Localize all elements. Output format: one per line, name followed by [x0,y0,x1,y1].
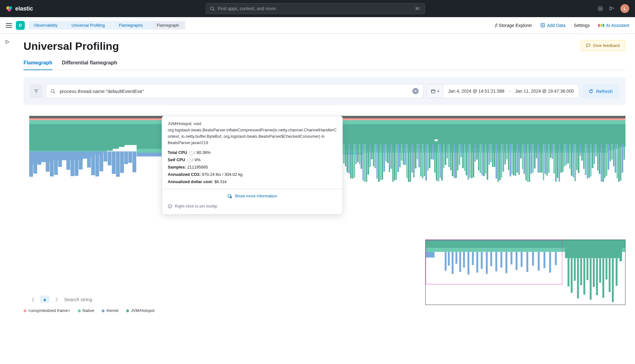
brand-logo[interactable]: elastic [6,5,33,12]
svg-point-3 [210,7,213,10]
svg-rect-61 [590,258,591,300]
minimap-selection[interactable] [426,240,562,284]
global-header: elastic Find apps, content, and more. ⌘/… [0,0,635,17]
tab-flamegraph[interactable]: Flamegraph [24,60,52,70]
time-from: Jan 4, 2024 @ 14:51:21.588 [448,89,504,94]
flamegraph-legend: <unsymbolized frame>NativeKernelJVM/Hots… [24,308,625,313]
legend-item[interactable]: Kernel [102,308,118,313]
show-more-information-button[interactable]: Show more information [162,189,342,200]
prev-match-button[interactable]: ❮ [29,295,37,303]
tooltip-samples: Samples: 211195685 [168,164,337,170]
svg-rect-67 [609,258,611,292]
search-icon [210,6,215,11]
flamegraph-tooltip: JVM/Hotspot: void org.logstash.beats.Bea… [162,116,343,215]
svg-point-5 [598,6,603,11]
flamegraph-area: JVM/Hotspot: void org.logstash.beats.Bea… [24,116,625,303]
legend-item[interactable]: <unsymbolized frame> [24,308,70,313]
ai-assistant-link[interactable]: AI Assistant [598,23,629,28]
svg-rect-54 [568,258,570,286]
global-search-kbd: ⌘/ [415,6,421,11]
svg-rect-58 [580,258,582,285]
filter-toggle-button[interactable] [30,84,43,98]
storage-explorer-link[interactable]: βStorage Explorer [495,23,532,28]
tooltip-self-cpu: Self CPU i: 0% [168,157,337,163]
svg-rect-63 [596,258,598,295]
expand-sidebar-icon[interactable] [4,39,10,319]
legend-item[interactable]: Native [78,308,94,313]
legend-item[interactable]: JVM/Hotspot [126,308,154,313]
breadcrumb-row: D Observability Universal Profiling Flam… [0,17,635,34]
svg-point-6 [600,8,601,10]
page-header: Universal Profiling Give feedback [24,40,625,60]
inspect-icon [227,194,232,199]
breadcrumb-universal-profiling[interactable]: Universal Profiling [64,21,111,30]
page-title: Universal Profiling [24,40,119,52]
breadcrumb-flamegraphs[interactable]: Flamegraphs [111,21,149,30]
svg-rect-55 [571,258,573,293]
svg-rect-60 [586,258,588,280]
nav-toggle-button[interactable] [6,22,12,29]
svg-point-25 [170,205,170,206]
brand-name: elastic [15,5,33,12]
give-feedback-button[interactable]: Give feedback [580,40,625,51]
time-range: Jan 4, 2024 @ 14:51:21.588 → Jan 11, 202… [443,89,579,94]
arrow-right-icon: → [508,89,512,94]
svg-rect-70 [619,242,622,261]
next-match-button[interactable]: ❯ [53,295,60,303]
calendar-icon[interactable]: ▾ [427,84,443,98]
global-search-wrap: Find apps, content, and more. ⌘/ [38,3,592,14]
breadcrumb-observability[interactable]: Observability [29,21,64,30]
current-match-icon[interactable]: ▲ [40,295,50,303]
breadcrumb: Observability Universal Profiling Flameg… [29,21,185,30]
refresh-icon [589,89,593,94]
svg-rect-53 [565,244,622,258]
svg-line-17 [54,92,55,93]
svg-rect-56 [574,258,576,281]
header-links: βStorage Explorer Add Data Settings AI A… [495,23,629,28]
beta-icon: β [495,23,497,28]
newsfeed-icon[interactable] [609,6,615,11]
settings-link[interactable]: Settings [574,23,590,28]
tabs: Flamegraph Differential flamegraph [24,60,625,70]
chevron-down-icon: ▾ [437,89,439,93]
add-data-link[interactable]: Add Data [540,23,565,28]
breadcrumb-flamegraph: Flamegraph [149,21,185,30]
info-icon[interactable]: i [189,151,193,156]
help-icon[interactable] [598,6,603,11]
svg-point-16 [51,89,54,92]
info-icon[interactable]: i [187,158,192,163]
svg-rect-65 [602,258,604,298]
filter-bar: ✕ ▾ Jan 4, 2024 @ 14:51:21.588 → Jan 11,… [24,77,625,105]
collapsed-sidebar [0,34,14,319]
header-icons: L [598,4,629,13]
svg-rect-68 [612,258,614,302]
svg-rect-18 [431,89,435,93]
global-search-placeholder: Find apps, content, and more. [218,6,412,11]
tooltip-total-cpu: Total CPU i: 80.38% [168,149,337,156]
space-selector[interactable]: D [16,21,25,30]
tab-differential-flamegraph[interactable]: Differential flamegraph [62,60,117,70]
search-icon [51,89,55,94]
tooltip-hint: Right-click to pin tooltip [168,203,337,209]
global-search[interactable]: Find apps, content, and more. ⌘/ [206,3,425,14]
frame-search-bar: ❮ ▲ ❯ [29,295,146,303]
info-icon [168,204,172,208]
svg-rect-64 [599,258,601,282]
svg-rect-59 [583,258,585,295]
main-content: Universal Profiling Give feedback Flameg… [14,34,635,319]
time-picker[interactable]: ▾ Jan 4, 2024 @ 14:51:21.588 → Jan 11, 2… [427,84,579,98]
svg-line-4 [213,10,214,11]
elastic-logo-icon [6,5,13,12]
svg-rect-66 [605,258,607,279]
clear-query-button[interactable]: ✕ [412,88,419,94]
ai-assistant-icon [598,24,604,27]
query-input[interactable] [59,88,409,94]
tooltip-cost: Annualized dollar cost: $6.31k [168,179,337,185]
add-data-icon [540,23,545,28]
user-avatar[interactable]: L [620,4,629,13]
refresh-button[interactable]: Refresh [582,84,619,98]
frame-search-input[interactable] [64,296,146,302]
chat-bubble-icon [586,43,591,48]
flamegraph-minimap[interactable] [425,240,625,305]
query-input-wrap: ✕ [46,84,423,98]
